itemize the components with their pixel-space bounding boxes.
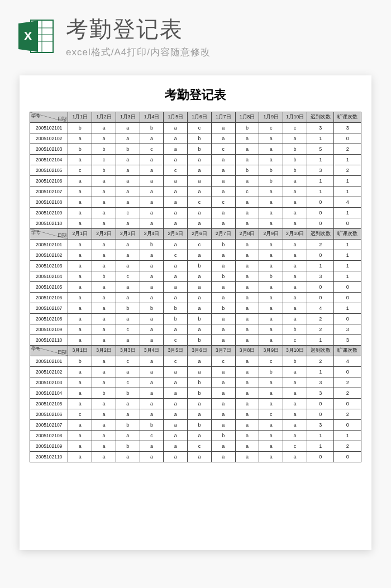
attendance-cell: a [116,187,140,197]
late-header: 迟到次数 [307,229,333,240]
student-id: 2005102110 [30,218,68,229]
attendance-cell: a [92,282,116,293]
date-header: 1月7日 [211,112,235,123]
attendance-cell: a [140,261,164,271]
student-id: 2005102110 [30,452,68,462]
attendance-cell: a [164,293,188,303]
attendance-cell: b [235,123,259,133]
late-count: 1 [307,431,333,441]
late-count: 3 [307,165,333,176]
student-id: 2005102101 [30,356,68,367]
absent-count: 0 [334,452,361,462]
attendance-cell: a [140,409,164,420]
table-row: 2005102109aacaaaaaab23 [30,324,361,335]
absent-count: 0 [334,218,361,229]
attendance-cell: a [116,399,140,409]
attendance-cell: a [92,324,116,335]
title-block: 考勤登记表 excel格式/A4打印/内容随意修改 [66,17,374,59]
attendance-cell: a [259,314,283,324]
attendance-cell: a [92,399,116,409]
date-header: 1月4日 [140,112,164,123]
diag-tl: 学号 [31,113,40,119]
late-count: 0 [307,409,333,420]
attendance-cell: a [92,303,116,314]
attendance-cell: a [164,367,188,377]
late-count: 1 [307,335,333,346]
attendance-cell: a [259,399,283,409]
student-id: 2005102108 [30,431,68,441]
late-count: 0 [307,218,333,229]
attendance-cell: b [259,367,283,377]
svg-text:X: X [24,29,32,43]
attendance-cell: b [92,165,116,176]
table-row: 2005102102aaaacaaaaa01 [30,250,361,261]
attendance-cell: a [92,176,116,187]
attendance-cell: b [116,420,140,431]
date-header: 3月8日 [235,346,259,356]
attendance-cell: b [283,144,307,155]
attendance-cell: a [164,240,188,250]
attendance-cell: a [92,208,116,218]
attendance-cell: a [164,208,188,218]
date-header: 1月3日 [116,112,140,123]
late-count: 0 [307,197,333,208]
attendance-cell: c [164,250,188,261]
page-title: 考勤登记表 [66,17,374,41]
attendance-cell: a [68,250,92,261]
attendance-cell: a [283,303,307,314]
attendance-cell: a [235,399,259,409]
date-header: 3月7日 [211,346,235,356]
attendance-cell: a [140,367,164,377]
diag-br: 日期 [58,349,66,355]
attendance-cell: a [140,271,164,282]
attendance-cell: a [140,282,164,293]
attendance-cell: b [140,303,164,314]
attendance-cell: b [116,303,140,314]
absent-count: 3 [334,335,361,346]
attendance-cell: a [140,133,164,144]
attendance-cell: a [164,452,188,462]
attendance-cell: a [283,431,307,441]
late-count: 3 [307,123,333,133]
table-row: 2005102103aaaaabaaaa11 [30,261,361,271]
attendance-cell: a [116,123,140,133]
attendance-cell: a [188,431,212,441]
attendance-cell: c [188,123,212,133]
attendance-cell: a [259,388,283,399]
date-header: 2月1日 [68,229,92,240]
sheet-title: 考勤登记表 [30,87,361,103]
attendance-cell: b [68,123,92,133]
table-row: 2005102106caaaaaaaca02 [30,409,361,420]
late-count: 1 [307,367,333,377]
attendance-cell: a [116,452,140,462]
attendance-cell: a [259,303,283,314]
attendance-cell: a [164,420,188,431]
absent-count: 0 [334,367,361,377]
table-row: 2005102102aaaaabaaaa10 [30,133,361,144]
attendance-cell: b [188,420,212,431]
attendance-cell: c [116,377,140,388]
page-header: X 考勤登记表 excel格式/A4打印/内容随意修改 [0,0,391,67]
attendance-cell: a [68,187,92,197]
attendance-cell: a [68,441,92,452]
student-id: 2005102109 [30,441,68,452]
absent-count: 1 [334,208,361,218]
attendance-cell: a [92,409,116,420]
attendance-cell: a [211,155,235,165]
attendance-cell: a [259,420,283,431]
attendance-cell: a [259,155,283,165]
attendance-cell: b [92,388,116,399]
attendance-cell: a [211,324,235,335]
attendance-cell: a [188,324,212,335]
attendance-cell: a [211,250,235,261]
attendance-table: 学号日期1月1日1月2日1月3日1月4日1月5日1月6日1月7日1月8日1月9日… [30,112,361,462]
table-row: 2005102101bacacacacb24 [30,356,361,367]
attendance-cell: a [211,452,235,462]
attendance-cell: c [116,208,140,218]
attendance-cell: a [116,176,140,187]
date-header: 3月5日 [164,346,188,356]
attendance-cell: a [259,431,283,441]
date-header: 3月2日 [92,346,116,356]
attendance-cell: a [235,409,259,420]
attendance-cell: a [92,420,116,431]
